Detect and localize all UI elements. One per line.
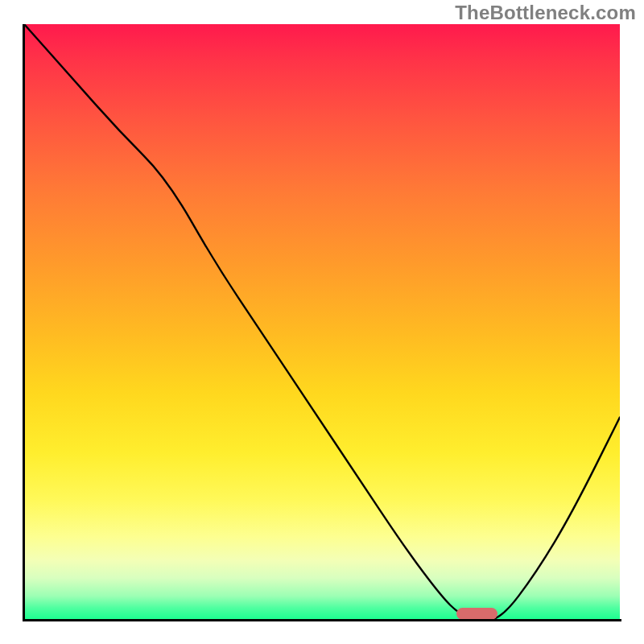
y-axis (23, 24, 25, 621)
chart-container: TheBottleneck.com (0, 0, 644, 644)
bottleneck-curve (24, 24, 620, 620)
curve-path (24, 24, 620, 620)
watermark-text: TheBottleneck.com (455, 2, 636, 24)
optimal-marker (456, 608, 498, 620)
x-axis (23, 619, 621, 621)
plot-area (24, 24, 620, 620)
